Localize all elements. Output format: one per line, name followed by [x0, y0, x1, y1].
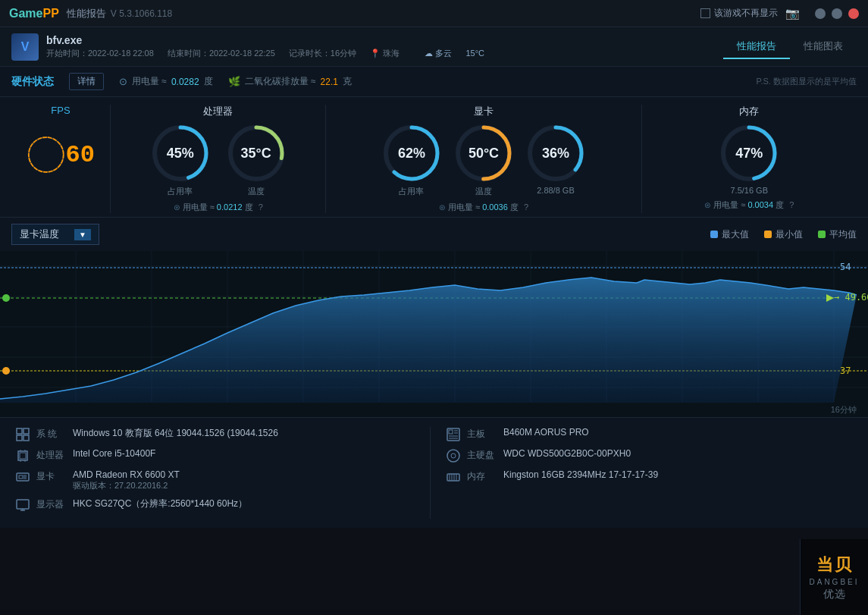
- gpu-temp-ring: 50°C: [453, 123, 514, 184]
- time-label: 16分钟: [831, 404, 857, 416]
- hw-title: 硬件状态: [11, 75, 54, 89]
- detail-button[interactable]: 详情: [69, 73, 104, 90]
- gpu-usage-gauge: 62% 占用率: [381, 123, 442, 197]
- gpu-gauges: 62% 占用率 50°C 温度: [381, 123, 586, 197]
- gpu-usage-ring: 62%: [381, 123, 442, 184]
- camera-icon[interactable]: 📷: [785, 7, 800, 20]
- cpu-val: Intel Core i5-10400F: [73, 448, 422, 459]
- svg-rect-41: [24, 428, 29, 434]
- svg-point-64: [451, 453, 456, 458]
- cpu-usage-label: 占用率: [168, 186, 193, 197]
- system-val: Windows 10 教育版 64位 19044.1526 (19044.152…: [73, 427, 422, 440]
- game-icon: V: [11, 33, 39, 61]
- legend-avg-dot: [818, 231, 826, 238]
- dropdown-arrow-icon[interactable]: ▼: [74, 229, 91, 240]
- legend-min-dot: [764, 231, 772, 238]
- game-meta: 开始时间：2022-02-18 22:08 结束时间：2022-02-18 22…: [46, 48, 723, 59]
- fps-label: FPS: [51, 105, 70, 116]
- svg-text:54: 54: [840, 262, 851, 272]
- watermark: 当贝 DANGBEI 优选: [800, 539, 868, 615]
- watermark-bot: 优选: [823, 588, 846, 601]
- app-version: V 5.3.1066.118: [111, 8, 172, 19]
- cpu-temp-gauge: 35°C 温度: [226, 123, 287, 197]
- gpu-vram-value: 36%: [542, 146, 569, 162]
- monitor-val: HKC SG27QC（分辨率:2560*1440 60Hz）: [73, 497, 422, 510]
- co2-value: 22.1: [321, 77, 338, 87]
- power-stat: ⊙ 用电量 ≈ 0.0282 度: [119, 75, 213, 88]
- cpu-temp-inner: 35°C: [241, 146, 271, 162]
- sysinfo-ram: 内存 Kingston 16GB 2394MHz 17-17-17-39: [446, 469, 853, 485]
- processor-title: 处理器: [203, 105, 233, 118]
- svg-rect-58: [449, 430, 453, 434]
- svg-text:→ 49.66: → 49.66: [834, 292, 868, 303]
- title-right: 该游戏不再显示 📷: [700, 7, 859, 20]
- legend-avg: 平均值: [818, 228, 857, 241]
- gpu-section: 显卡 62% 占用率: [325, 105, 641, 213]
- motherboard-key: 主板: [467, 427, 497, 441]
- co2-stat: 🌿 二氧化碳排放量 ≈ 22.1 克: [228, 75, 352, 88]
- cpu-temp-label: 温度: [248, 186, 265, 197]
- gpu-usage-value: 62%: [398, 146, 425, 162]
- tabs: 性能报告 性能图表: [723, 35, 857, 59]
- svg-rect-51: [19, 475, 23, 479]
- svg-point-35: [2, 367, 10, 375]
- maximize-button[interactable]: [832, 8, 842, 19]
- no-show-checkbox[interactable]: [700, 8, 710, 18]
- sysinfo-left: 系 统 Windows 10 教育版 64位 19044.1526 (19044…: [15, 427, 422, 519]
- gpu-title: 显卡: [474, 105, 494, 118]
- gpu-temp-value: 50°C: [468, 146, 499, 162]
- hardware-bar: 硬件状态 详情 ⊙ 用电量 ≈ 0.0282 度 🌿 二氧化碳排放量 ≈ 22.…: [0, 67, 868, 97]
- sysinfo-right: 主板 B460M AORUS PRO 主硬盘 WDC WDS500G2B0C-0…: [430, 427, 853, 519]
- location: 📍 珠海: [370, 49, 411, 58]
- cpu-usage-gauge: 45% 占用率: [150, 123, 211, 197]
- system-info: 系 统 Windows 10 教育版 64位 19044.1526 (19044…: [0, 417, 868, 528]
- time-axis: 16分钟: [0, 403, 868, 417]
- cpu-temp-value: 35°C: [241, 146, 271, 162]
- gpu-usage-inner: 62%: [398, 146, 425, 162]
- hw-note: P.S. 数据图显示的是平均值: [757, 76, 857, 87]
- disk-val: WDC WDS500G2B0C-00PXH0: [503, 448, 853, 459]
- disk-icon: [446, 448, 461, 463]
- sysinfo-system: 系 统 Windows 10 教育版 64位 19044.1526 (19044…: [15, 427, 422, 442]
- gpu-temp-gauge: 50°C 温度: [453, 123, 514, 197]
- gpu-icon-sys: [15, 469, 30, 485]
- processor-section: 处理器 45% 占用率: [110, 105, 325, 213]
- sysinfo-motherboard: 主板 B460M AORUS PRO: [446, 427, 853, 442]
- monitor-icon: [15, 497, 30, 513]
- gpu-key: 显卡: [36, 469, 67, 483]
- gpu-vram-label: 2.88/8 GB: [537, 186, 575, 195]
- motherboard-icon: [446, 427, 461, 442]
- no-show-check[interactable]: 该游戏不再显示: [700, 7, 778, 20]
- memory-section: 内存 47% 7.5/16 GB ⊙ 用电量 ≈ 0.0034 度 ?: [641, 105, 857, 213]
- monitor-key: 显示器: [36, 497, 67, 511]
- chart-dropdown[interactable]: 显卡温度 ▼: [11, 224, 99, 245]
- svg-rect-42: [17, 435, 22, 441]
- chart-dropdown-label: 显卡温度: [20, 227, 59, 241]
- legend-min: 最小值: [764, 228, 803, 241]
- memory-power: ⊙ 用电量 ≈ 0.0034 度 ?: [704, 199, 794, 211]
- gpu-val: AMD Radeon RX 6600 XT 驱动版本：27.20.22016.2: [73, 469, 422, 491]
- sysinfo-disk: 主硬盘 WDC WDS500G2B0C-00PXH0: [446, 448, 853, 463]
- gpu-temp-label: 温度: [475, 186, 492, 197]
- cpu-key: 处理器: [36, 448, 67, 462]
- tab-performance-report[interactable]: 性能报告: [723, 35, 790, 59]
- weather: ☁ 多云 15°C: [425, 49, 496, 58]
- legend-avg-label: 平均值: [829, 228, 857, 241]
- mem-gauge: 47% 7.5/16 GB: [719, 123, 779, 195]
- legend-min-label: 最小值: [776, 228, 803, 241]
- gpu-vram-gauge: 36% 2.88/8 GB: [525, 123, 586, 197]
- cpu-usage-ring: 45%: [150, 123, 211, 184]
- close-button[interactable]: [848, 8, 859, 19]
- mem-value: 47%: [735, 146, 763, 162]
- fps-value: 60: [66, 141, 95, 169]
- gpu-vram-inner: 36%: [542, 146, 569, 162]
- duration: 记录时长：16分钟: [289, 49, 356, 58]
- watermark-top: 当贝: [816, 554, 853, 576]
- cpu-temp-ring: 35°C: [226, 123, 287, 184]
- legend-max-dot: [710, 231, 718, 238]
- gauges-area: FPS 60 处理器 45%: [0, 97, 868, 218]
- tab-performance-chart[interactable]: 性能图表: [790, 35, 857, 59]
- motherboard-val: B460M AORUS PRO: [503, 427, 853, 438]
- start-time: 开始时间：2022-02-18 22:08: [46, 49, 154, 58]
- minimize-button[interactable]: [815, 8, 826, 19]
